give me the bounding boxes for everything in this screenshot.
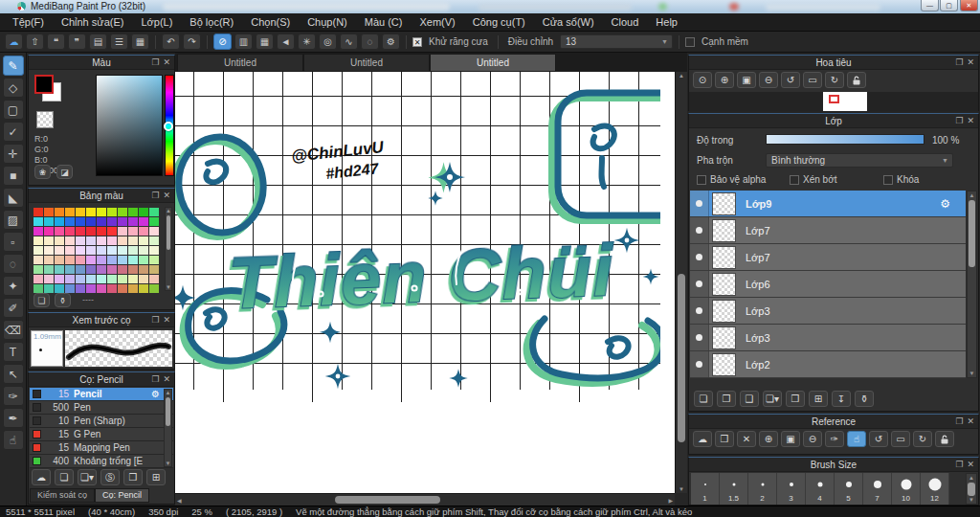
- palette-swatch[interactable]: [139, 265, 148, 274]
- visibility-icon[interactable]: [696, 307, 702, 314]
- soft-edge-checkbox[interactable]: [685, 37, 695, 47]
- menu-item[interactable]: Công cụ(T): [464, 13, 534, 32]
- palette-swatch[interactable]: [149, 256, 159, 264]
- antialias-checkbox[interactable]: ✕: [412, 37, 422, 47]
- close-icon[interactable]: ✕: [163, 189, 170, 203]
- palette-swatch[interactable]: [33, 265, 43, 274]
- brush-size-cell[interactable]: 4: [806, 473, 835, 505]
- horizontal-scroll-thumb[interactable]: [335, 496, 440, 504]
- menu-item[interactable]: Chọn(S): [242, 13, 299, 32]
- palette-swatch[interactable]: [149, 265, 159, 274]
- palette-swatch[interactable]: [86, 256, 96, 264]
- palette-swatch[interactable]: [44, 236, 54, 245]
- palette-swatch[interactable]: [118, 265, 127, 274]
- palette-swatch[interactable]: [97, 208, 106, 216]
- brush-size-cell[interactable]: 3: [777, 473, 806, 505]
- layer-scroll-thumb[interactable]: [969, 200, 975, 267]
- palette-swatch[interactable]: [76, 236, 85, 245]
- palette-swatch[interactable]: [33, 217, 43, 226]
- palette-swatch[interactable]: [33, 227, 43, 236]
- palette-swatch[interactable]: [118, 208, 127, 216]
- menu-item[interactable]: Lớp(L): [132, 13, 181, 32]
- scroll-right-icon[interactable]: ▶: [668, 497, 673, 504]
- popout-icon[interactable]: ❐: [955, 415, 963, 429]
- palette-swatch[interactable]: [149, 275, 159, 283]
- palette-swatch[interactable]: [65, 208, 75, 216]
- palette-swatch[interactable]: [86, 208, 96, 216]
- popout-icon[interactable]: ❐: [955, 458, 963, 472]
- scroll-down-icon[interactable]: ▼: [967, 497, 976, 503]
- scroll-up-icon[interactable]: ▲: [967, 475, 976, 481]
- palette-swatch[interactable]: [97, 284, 106, 293]
- title-bar[interactable]: MediBang Paint Pro (32bit) — ▢ ✕: [0, 0, 980, 13]
- document-tab[interactable]: Untitled: [177, 54, 303, 72]
- navigator-thumbnail[interactable]: [823, 92, 867, 111]
- palette-swatch[interactable]: [139, 275, 148, 283]
- palette-swatch[interactable]: [107, 275, 117, 283]
- palette-swatch[interactable]: [107, 227, 117, 236]
- brush-size-cell[interactable]: 12: [921, 473, 949, 505]
- palette-swatch[interactable]: [149, 246, 159, 255]
- layer-row[interactable]: Lớp7: [690, 244, 966, 271]
- close-icon[interactable]: ✕: [967, 415, 974, 429]
- palette-swatch[interactable]: [65, 265, 75, 274]
- document-tab-active[interactable]: Untitled: [430, 54, 556, 72]
- visibility-icon[interactable]: [696, 334, 702, 341]
- size-scroll-thumb[interactable]: [968, 483, 975, 496]
- palette-swatch[interactable]: [139, 227, 148, 236]
- palette-swatch[interactable]: [128, 284, 138, 293]
- palette-swatch[interactable]: [44, 284, 54, 293]
- popout-icon[interactable]: ❐: [955, 56, 963, 70]
- palette-swatch[interactable]: [55, 265, 64, 274]
- palette-swatch[interactable]: [55, 256, 64, 264]
- visibility-icon[interactable]: [696, 227, 702, 234]
- palette-swatch[interactable]: [118, 217, 127, 226]
- palette-swatch[interactable]: [128, 265, 138, 274]
- transparent-color-swatch[interactable]: [36, 111, 54, 128]
- palette-swatch[interactable]: [118, 284, 127, 293]
- alpha-protect-checkbox[interactable]: [697, 175, 706, 185]
- brush-size-cell[interactable]: 7: [863, 473, 892, 505]
- palette-swatch[interactable]: [139, 236, 148, 245]
- layer-list-scrollbar[interactable]: ▲ ▼: [967, 191, 977, 378]
- scroll-up-icon[interactable]: ▲: [968, 192, 976, 198]
- popout-icon[interactable]: ❐: [151, 189, 159, 203]
- palette-swatch[interactable]: [33, 275, 43, 283]
- palette-swatch[interactable]: [55, 217, 64, 226]
- palette-swatch[interactable]: [86, 246, 96, 255]
- popout-icon[interactable]: ❐: [151, 56, 159, 70]
- palette-swatch[interactable]: [65, 246, 75, 255]
- palette-scrollbar[interactable]: ▲ ▼: [165, 207, 172, 291]
- palette-swatch[interactable]: [118, 236, 127, 245]
- brush-scroll-thumb[interactable]: [166, 397, 170, 426]
- palette-swatch[interactable]: [76, 256, 85, 264]
- menu-item[interactable]: Chỉnh sửa(E): [53, 13, 132, 32]
- palette-swatch[interactable]: [65, 236, 75, 245]
- palette-swatch[interactable]: [76, 275, 85, 283]
- palette-swatch[interactable]: [107, 265, 117, 274]
- brush-size-cell[interactable]: 5: [835, 473, 863, 505]
- lock-icon[interactable]: [935, 431, 954, 447]
- palette-swatch[interactable]: [118, 246, 127, 255]
- scroll-up-icon[interactable]: ▲: [676, 73, 687, 79]
- palette-swatch[interactable]: [86, 217, 96, 226]
- palette-swatch[interactable]: [44, 208, 54, 216]
- palette-swatch[interactable]: [86, 265, 96, 274]
- palette-swatch[interactable]: [65, 227, 75, 236]
- gear-icon[interactable]: ⚙: [940, 197, 950, 211]
- visibility-icon[interactable]: [696, 361, 702, 368]
- palette-swatch[interactable]: [65, 284, 75, 293]
- palette-swatch[interactable]: [86, 227, 96, 236]
- palette-swatch[interactable]: [86, 275, 96, 283]
- palette-swatch[interactable]: [128, 217, 138, 226]
- hue-marker[interactable]: [164, 122, 173, 131]
- layer-row[interactable]: Lớp6: [690, 271, 966, 298]
- palette-swatch[interactable]: [86, 236, 96, 245]
- brush-row[interactable]: 15 Mapping Pen: [30, 441, 173, 455]
- palette-swatch[interactable]: [33, 284, 43, 293]
- palette-swatch[interactable]: [55, 284, 64, 293]
- palette-swatch[interactable]: [44, 256, 54, 264]
- palette-swatch[interactable]: [97, 265, 106, 274]
- palette-swatch[interactable]: [128, 275, 138, 283]
- brush-size-cell[interactable]: 1.5: [720, 473, 748, 505]
